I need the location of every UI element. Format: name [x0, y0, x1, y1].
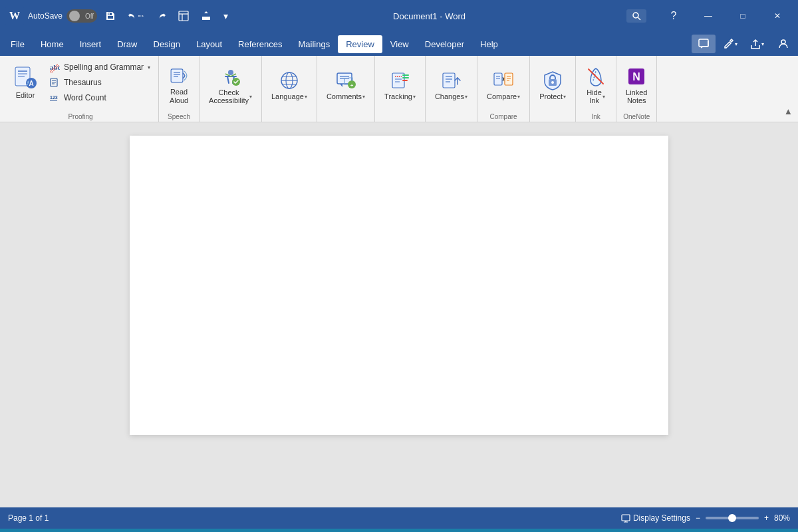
insert-table-button[interactable]	[174, 8, 193, 24]
editor-label: Editor	[16, 91, 35, 100]
editing-button[interactable]: ▾	[718, 35, 742, 53]
svg-line-4	[638, 17, 640, 20]
check-accessibility-label-wrapper: Check Accessibility ▾	[209, 88, 252, 104]
autosave-off-label: Off	[85, 13, 94, 20]
svg-text:123: 123	[50, 95, 58, 100]
svg-rect-42	[505, 73, 513, 85]
display-settings-label: Display Settings	[633, 513, 690, 523]
spelling-grammar-button[interactable]: abc Spelling and Grammar ▾	[45, 60, 154, 74]
display-settings-icon	[621, 513, 630, 523]
svg-text:N: N	[632, 71, 640, 82]
menu-layout[interactable]: Layout	[188, 35, 230, 53]
protect-button[interactable]: Protect ▾	[534, 63, 571, 108]
menu-mailings[interactable]: Mailings	[291, 35, 338, 53]
comments-icon: +	[335, 70, 356, 91]
search-box[interactable]	[626, 9, 646, 23]
minimize-button[interactable]: —	[693, 5, 724, 27]
redo-button[interactable]	[152, 8, 170, 24]
customize-qat-button[interactable]: ▾	[219, 8, 232, 24]
svg-rect-0	[179, 11, 188, 21]
ribbon-group-language: Language ▾ Language	[262, 56, 317, 122]
language-button[interactable]: Language ▾	[266, 63, 313, 108]
protect-arrow: ▾	[563, 94, 566, 100]
svg-rect-53	[622, 515, 630, 521]
protect-label-wrapper: Protect ▾	[539, 92, 566, 100]
spelling-label: Spelling and Grammar	[64, 63, 144, 72]
changes-button[interactable]: Changes ▾	[430, 63, 473, 108]
svg-rect-41	[494, 73, 502, 85]
word-count-button[interactable]: 123 Word Count	[45, 90, 154, 105]
menu-review[interactable]: Review	[338, 35, 382, 53]
document-title: Document1 - Word	[236, 11, 622, 21]
svg-rect-40	[443, 73, 455, 88]
language-label: Language	[271, 92, 304, 100]
ribbon-collapse-button[interactable]: ▲	[781, 104, 795, 119]
read-aloud-button[interactable]: Read Aloud	[163, 63, 195, 108]
menu-insert[interactable]: Insert	[72, 35, 110, 53]
protect-icon	[542, 70, 563, 91]
share-ribbon-button[interactable]: ▾	[745, 35, 769, 53]
close-button[interactable]: ✕	[762, 5, 793, 27]
title-bar: W AutoSave Off ▾ Document1 - Word ? — □ …	[0, 0, 798, 32]
accessibility-icon	[220, 66, 241, 87]
thesaurus-button[interactable]: Thesaurus	[45, 75, 154, 90]
menu-view[interactable]: View	[382, 35, 417, 53]
hide-ink-label: Hide Ink	[587, 88, 602, 104]
menu-draw[interactable]: Draw	[109, 35, 145, 53]
speech-label: Speech	[168, 112, 190, 120]
share-button[interactable]	[197, 8, 215, 24]
changes-arrow: ▾	[465, 94, 467, 100]
hide-ink-button[interactable]: Hide Ink ▾	[580, 63, 612, 108]
comments-label: Comments	[327, 92, 362, 100]
zoom-minus[interactable]: −	[696, 513, 700, 523]
undo-button[interactable]	[124, 8, 148, 24]
menu-references[interactable]: References	[230, 35, 290, 53]
comments-arrow: ▾	[362, 94, 365, 100]
read-aloud-label: Read Aloud	[170, 88, 188, 105]
language-label-wrapper: Language ▾	[271, 92, 307, 100]
menu-home[interactable]: Home	[33, 35, 72, 53]
linked-notes-label: Linked Notes	[626, 88, 647, 104]
autosave-toggle[interactable]: Off	[66, 9, 97, 23]
linked-notes-icon: N	[626, 66, 647, 87]
ribbon-group-protect: Protect ▾ Protect	[530, 56, 576, 122]
comments-panel-button[interactable]	[692, 35, 716, 53]
tracking-button[interactable]: Tracking ▾	[379, 63, 421, 108]
zoom-slider[interactable]	[706, 517, 759, 519]
word-logo: W	[5, 7, 24, 25]
zoom-plus[interactable]: +	[764, 513, 769, 523]
document-area	[0, 122, 798, 507]
compare-label-wrapper: Compare ▾	[487, 92, 520, 100]
help-icon-button[interactable]: ?	[658, 5, 689, 27]
autosave-label: AutoSave	[28, 11, 63, 21]
svg-rect-5	[699, 39, 708, 47]
display-settings-button[interactable]: Display Settings	[621, 513, 690, 523]
menu-design[interactable]: Design	[146, 35, 188, 53]
thesaurus-label: Thesaurus	[64, 78, 102, 87]
ribbon-group-comments: + Comments ▾ Comments	[317, 56, 375, 122]
onenote-group-label: OneNote	[623, 112, 650, 120]
ribbon-group-accessibility: Check Accessibility ▾ Accessibility	[200, 56, 262, 122]
linked-notes-button[interactable]: N Linked Notes	[620, 63, 652, 108]
ribbon-group-compare: Compare ▾ Compare	[477, 56, 530, 122]
page-info: Page 1 of 1	[8, 513, 49, 523]
profile-button[interactable]	[771, 35, 795, 53]
menu-bar: File Home Insert Draw Design Layout Refe…	[0, 32, 798, 56]
save-button[interactable]	[101, 8, 120, 24]
proofing-label: Proofing	[68, 112, 92, 120]
editor-button[interactable]: A Editor	[7, 59, 44, 106]
document-page[interactable]	[130, 136, 668, 435]
editor-icon: A	[13, 65, 38, 90]
menu-developer[interactable]: Developer	[417, 35, 472, 53]
word-count-label: Word Count	[64, 93, 106, 102]
check-accessibility-button[interactable]: Check Accessibility ▾	[203, 63, 257, 108]
menu-help[interactable]: Help	[472, 35, 506, 53]
compare-button[interactable]: Compare ▾	[481, 63, 525, 108]
comments-button[interactable]: + Comments ▾	[321, 63, 370, 108]
svg-text:+: +	[350, 82, 354, 88]
read-aloud-icon	[168, 65, 190, 86]
search-icon	[632, 11, 641, 21]
menu-file[interactable]: File	[3, 35, 33, 53]
maximize-button[interactable]: □	[728, 5, 758, 27]
comments-label-wrapper: Comments ▾	[327, 92, 365, 100]
